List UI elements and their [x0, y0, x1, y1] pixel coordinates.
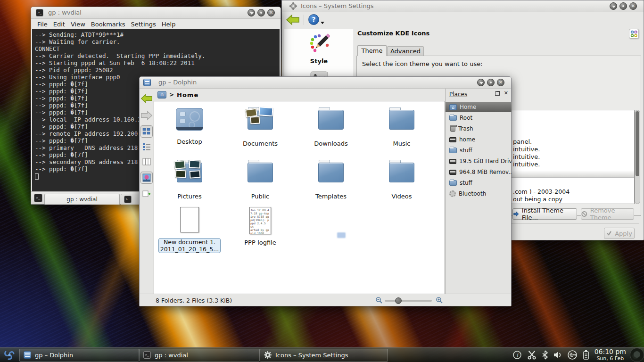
battery-icon[interactable] [582, 350, 590, 360]
task-label: gp : wvdial [155, 352, 188, 359]
dolphin-titlebar[interactable]: gp – Dolphin ✕ [140, 77, 511, 89]
terminal-line: --> Carrier detected. Starting PPP immed… [35, 52, 280, 59]
place-root[interactable]: Root [446, 113, 512, 123]
scrollbar[interactable] [635, 110, 640, 204]
minimize-icon [250, 12, 254, 15]
file-item-public[interactable]: Public [225, 157, 296, 200]
file-item-desktop[interactable]: Desktop [154, 104, 225, 145]
clock[interactable]: 06:10 pm Sun, 6 Feb [594, 348, 626, 361]
selected-theme-row[interactable] [504, 171, 634, 178]
task-system-settings[interactable]: Icons – System Settings [260, 349, 388, 362]
icons-module-icon [629, 29, 639, 39]
place-home[interactable]: ⌂ Home [446, 102, 512, 112]
zoom-in-icon[interactable] [436, 296, 443, 304]
terminal-titlebar[interactable]: >_ gp : wvdial ✕ [31, 7, 281, 19]
close-button[interactable]: ✕ [267, 9, 275, 16]
place-stuff-2[interactable]: stuff [446, 178, 512, 188]
terminal-tab-active[interactable]: gp : wvdial [44, 194, 120, 205]
file-item-music[interactable]: Music [366, 104, 437, 147]
back-button[interactable] [140, 92, 153, 105]
file-item-new-document[interactable]: New document 1. 2011_01_20_16_5... [154, 205, 225, 253]
file-item-pictures[interactable]: Pictures [154, 157, 225, 200]
place-trash[interactable]: Trash [446, 123, 512, 134]
back-button[interactable] [286, 14, 300, 25]
dolphin-statusbar: 8 Folders, 2 Files (3.3 KiB) [140, 294, 511, 306]
klipper-scissors-icon[interactable] [527, 350, 537, 360]
preview-button[interactable] [140, 172, 153, 184]
place-home-drive[interactable]: home [446, 134, 512, 145]
place-stuff[interactable]: stuff [446, 145, 512, 156]
icons-view-button[interactable] [140, 125, 153, 138]
file-item-templates[interactable]: Templates [296, 157, 366, 200]
folder-view[interactable]: Desktop Documents Downloads [154, 101, 445, 295]
place-label: stuff [460, 147, 472, 154]
place-label: Root [460, 115, 472, 121]
zoom-out-icon[interactable] [375, 296, 383, 304]
menu-bookmarks[interactable]: Bookmarks [91, 21, 125, 28]
remove-theme-button[interactable]: Remove Theme [581, 208, 634, 220]
split-view-button[interactable] [140, 188, 153, 200]
usb-device-notifier-icon[interactable] [567, 350, 578, 360]
window-title: gp : wvdial [48, 9, 82, 16]
tab-advanced[interactable]: Advanced [387, 46, 424, 56]
close-button[interactable]: ✕ [629, 2, 637, 10]
theme-list-fragment: intuitive. [513, 161, 540, 168]
volume-icon[interactable] [553, 350, 562, 360]
place-hard-drive[interactable]: 19.5 GiB Hard Drive [446, 156, 512, 166]
folder-icon [248, 163, 273, 182]
sidebar-item-style[interactable]: Style [284, 29, 354, 65]
selected-file-label: New document 1. 2011_01_20_16_5... [158, 238, 221, 253]
minimize-icon [612, 6, 616, 8]
apply-button[interactable]: Apply [604, 228, 635, 239]
info-icon[interactable]: i [512, 350, 522, 360]
scrollbar-thumb[interactable] [636, 111, 639, 176]
breadcrumb-home[interactable]: Home [177, 91, 198, 99]
maximize-button[interactable] [619, 2, 627, 10]
gear-icon [289, 2, 297, 10]
close-button[interactable]: ✕ [497, 79, 504, 86]
zoom-slider[interactable] [385, 300, 432, 302]
tab-theme[interactable]: Theme [357, 45, 387, 56]
task-dolphin[interactable]: gp – Dolphin [19, 349, 139, 362]
minimize-button[interactable] [610, 2, 617, 10]
menu-view[interactable]: View [71, 21, 85, 28]
maximize-button[interactable] [487, 79, 495, 86]
menu-edit[interactable]: Edit [53, 21, 65, 28]
menu-settings[interactable]: Settings [131, 21, 156, 28]
new-tab-button[interactable]: >_ [34, 194, 42, 202]
menu-help[interactable]: Help [162, 21, 176, 28]
columns-view-button[interactable] [140, 156, 153, 168]
close-panel-icon[interactable]: ✕ [504, 90, 508, 96]
system-settings-titlebar[interactable]: Icons – System Settings ✕ [282, 0, 644, 12]
file-item-videos[interactable]: Videos [366, 157, 437, 200]
kde-launcher-icon[interactable] [1, 348, 17, 362]
places-panel: Places ✕ ⌂ Home Root Trash home stuff [445, 89, 511, 294]
file-label-line2: 2011_01_20_16_5... [160, 246, 219, 253]
remove-forbidden-icon [581, 211, 587, 217]
theme-list-fragment: panel. [513, 138, 532, 145]
file-item-label: Desktop [154, 138, 225, 145]
window-title: Icons – System Settings [301, 2, 374, 9]
bluetooth-icon[interactable] [542, 350, 548, 360]
place-removable-drive[interactable]: 964.8 MiB Remov... [446, 167, 512, 177]
zoom-slider-handle[interactable] [395, 297, 402, 304]
file-item-documents[interactable]: Documents [225, 104, 296, 147]
details-view-button[interactable] [140, 140, 153, 153]
minimize-button[interactable] [248, 9, 255, 16]
file-item-ppp-logfile[interactable]: Jan 17 09:4 7:18 gp-Asp ire-5738 pp pd[1… [225, 205, 296, 246]
checkmark-icon [606, 230, 612, 236]
place-bluetooth[interactable]: Bluetooth [446, 189, 512, 199]
file-item-downloads[interactable]: Downloads [296, 104, 366, 147]
float-panel-icon[interactable] [495, 91, 500, 96]
forward-button[interactable] [140, 109, 153, 122]
help-button[interactable]: ? [308, 14, 319, 25]
install-theme-button[interactable]: Install Theme File... [512, 208, 577, 220]
maximize-button[interactable] [257, 9, 265, 16]
chevron-down-icon [321, 22, 324, 24]
task-wvdial[interactable]: >_ gp : wvdial [139, 349, 260, 362]
home-folder-icon[interactable]: ⌂ [157, 91, 166, 99]
minimize-button[interactable] [477, 79, 485, 86]
plasma-cashew-icon[interactable] [630, 348, 644, 362]
menu-file[interactable]: File [37, 21, 48, 28]
preview-line: pd[1946]: p [250, 218, 270, 222]
